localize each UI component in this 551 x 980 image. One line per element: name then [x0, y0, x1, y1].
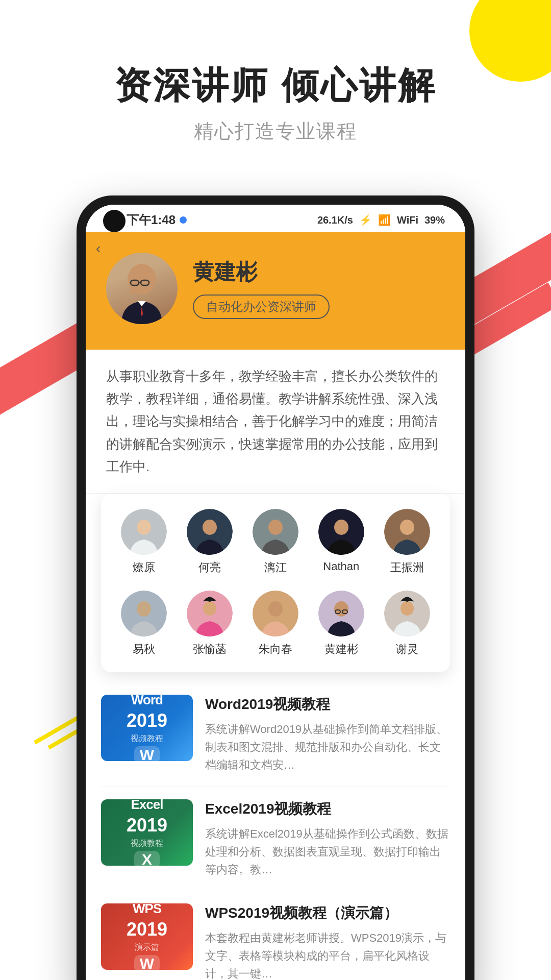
- course-title: Excel2019视频教程: [205, 799, 450, 819]
- instructor-item[interactable]: 朱向春: [250, 591, 301, 657]
- course-list: Word 2019 视频教程 W Word2019视频教程 系统讲解Word20…: [86, 672, 465, 980]
- svg-point-16: [137, 601, 151, 617]
- svg-point-22: [334, 601, 348, 617]
- status-bar: 下午1:48 26.1K/s ⚡ 📶 WiFi 39%: [86, 205, 465, 232]
- instructor-grid-card: 燎原 何亮 漓江 Nathan: [101, 494, 450, 672]
- svg-point-18: [203, 601, 216, 616]
- phone-mockup: 下午1:48 26.1K/s ⚡ 📶 WiFi 39% ‹: [77, 195, 474, 980]
- instructor-item[interactable]: 何亮: [184, 509, 235, 575]
- instructor-thumb: [253, 509, 298, 555]
- status-bar-left: 下午1:48: [127, 212, 187, 228]
- instructor-main-avatar: [106, 253, 178, 324]
- instructor-name: 黄建彬: [193, 258, 330, 286]
- course-desc: 本套教程由黄建彬老师讲授。WPS2019演示，与文字、表格等模块构成的平台，扁平…: [205, 929, 450, 980]
- instructor-thumb-name: 何亮: [198, 560, 221, 575]
- instructor-thumb-name: 易秋: [133, 642, 155, 657]
- svg-point-26: [400, 601, 414, 616]
- instructor-item[interactable]: Nathan: [316, 509, 367, 575]
- instructor-item[interactable]: 王振洲: [382, 509, 433, 575]
- instructor-item[interactable]: 燎原: [118, 509, 169, 575]
- course-desc: 系统讲解Excel2019从基础操作到公式函数、数据处理和分析、数据图表直观呈现…: [205, 825, 450, 879]
- course-desc: 系统讲解Word2019从基础操作到简单文档排版、制表和图文混排、规范排版和办公…: [205, 720, 450, 774]
- instructor-bio: 从事职业教育十多年，教学经验丰富，擅长办公类软件的教学，教程详细，通俗易懂。教学…: [86, 350, 465, 494]
- instructor-thumb-name: 谢灵: [396, 642, 418, 657]
- course-item[interactable]: Word 2019 视频教程 W Word2019视频教程 系统讲解Word20…: [101, 682, 450, 787]
- svg-point-14: [400, 520, 414, 535]
- camera-hole: [103, 210, 126, 232]
- svg-point-20: [268, 601, 283, 617]
- instructor-thumb-name: 王振洲: [390, 560, 424, 575]
- phone-screen: 下午1:48 26.1K/s ⚡ 📶 WiFi 39% ‹: [86, 205, 465, 980]
- course-item[interactable]: Excel 2019 视频教程 X Excel2019视频教程 系统讲解Exce…: [101, 787, 450, 892]
- instructor-thumb-name: 朱向春: [259, 642, 292, 657]
- instructor-thumb-name: 燎原: [133, 560, 155, 575]
- instructor-item[interactable]: 张愉菡: [184, 591, 235, 657]
- instructor-thumb-name: 漓江: [264, 560, 287, 575]
- instructor-item[interactable]: 谢灵: [382, 591, 433, 657]
- instructor-item[interactable]: 黄建彬: [316, 591, 367, 657]
- instructor-thumb: [384, 509, 430, 555]
- status-dot: [180, 216, 187, 224]
- instructor-row-2: 易秋 张愉菡 朱向春 黄建彬: [111, 591, 440, 657]
- instructor-thumb-name: 张愉菡: [193, 642, 227, 657]
- svg-point-10: [268, 520, 283, 535]
- page-header: 资深讲师 倾心讲解 精心打造专业课程: [0, 0, 551, 175]
- instructor-thumb-name: 黄建彬: [324, 642, 358, 657]
- instructor-info: 黄建彬 自动化办公资深讲师: [193, 258, 330, 319]
- instructor-item[interactable]: 易秋: [118, 591, 169, 657]
- svg-point-6: [137, 520, 151, 535]
- status-time: 下午1:48: [127, 212, 176, 228]
- instructor-badge: 自动化办公资深讲师: [193, 295, 330, 319]
- instructor-item[interactable]: 漓江: [250, 509, 301, 575]
- instructor-thumb: [121, 591, 167, 636]
- instructor-row-1: 燎原 何亮 漓江 Nathan: [111, 509, 440, 575]
- course-thumb: Excel 2019 视频教程 X: [101, 799, 193, 866]
- page-subtitle: 精心打造专业课程: [0, 118, 551, 144]
- network-speed: 26.1K/s: [317, 214, 353, 226]
- instructor-thumb: [187, 591, 233, 636]
- wifi-icon: WiFi: [397, 214, 418, 226]
- bluetooth-icon: ⚡: [359, 214, 372, 226]
- course-thumb: WPS 2019 演示篇 W: [101, 903, 193, 970]
- battery: 39%: [424, 214, 445, 226]
- instructor-thumb: [384, 591, 430, 636]
- course-title: WPS2019视频教程（演示篇）: [205, 903, 450, 923]
- course-title: Word2019视频教程: [205, 695, 450, 714]
- course-info: WPS2019视频教程（演示篇） 本套教程由黄建彬老师讲授。WPS2019演示，…: [205, 903, 450, 980]
- back-button[interactable]: ‹: [96, 240, 101, 257]
- instructor-thumb: [318, 591, 364, 636]
- page-title: 资深讲师 倾心讲解: [0, 61, 551, 110]
- instructor-thumb: [187, 509, 233, 555]
- instructor-thumb: [121, 509, 167, 555]
- instructor-thumb-name: Nathan: [323, 560, 359, 573]
- instructor-thumb: [253, 591, 298, 636]
- course-thumb: Word 2019 视频教程 W: [101, 695, 193, 761]
- course-info: Excel2019视频教程 系统讲解Excel2019从基础操作到公式函数、数据…: [205, 799, 450, 879]
- phone-container: 下午1:48 26.1K/s ⚡ 📶 WiFi 39% ‹: [0, 195, 551, 980]
- svg-point-12: [334, 520, 348, 535]
- status-right: 26.1K/s ⚡ 📶 WiFi 39%: [317, 214, 445, 226]
- course-item[interactable]: WPS 2019 演示篇 W WPS2019视频教程（演示篇） 本套教程由黄建彬…: [101, 891, 450, 980]
- course-info: Word2019视频教程 系统讲解Word2019从基础操作到简单文档排版、制表…: [205, 695, 450, 774]
- instructor-thumb: [318, 509, 364, 555]
- svg-point-8: [203, 520, 217, 535]
- signal-icon: 📶: [378, 214, 391, 226]
- instructor-header: ‹: [86, 232, 465, 350]
